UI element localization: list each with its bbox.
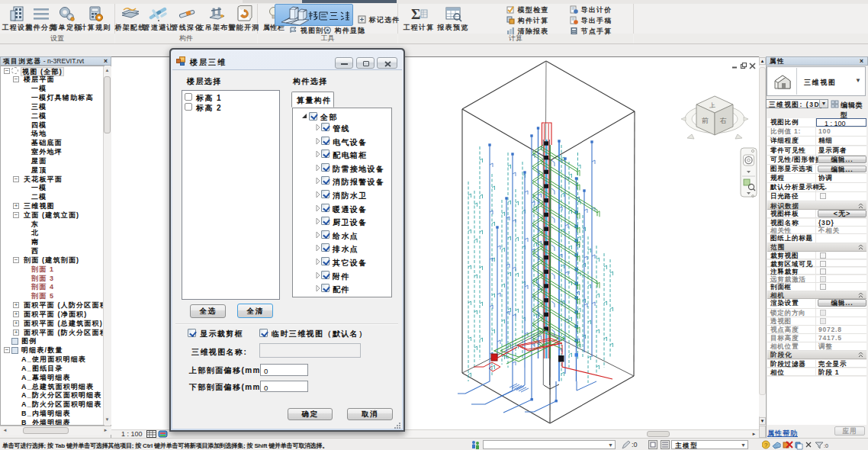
svg-text::0: :0 (824, 443, 828, 448)
svg-text:?: ? (764, 442, 768, 448)
svg-text:上: 上 (709, 101, 716, 109)
svg-text:前: 前 (702, 117, 709, 124)
svg-text:Σ: Σ (411, 6, 420, 22)
svg-text:右: 右 (719, 117, 727, 124)
